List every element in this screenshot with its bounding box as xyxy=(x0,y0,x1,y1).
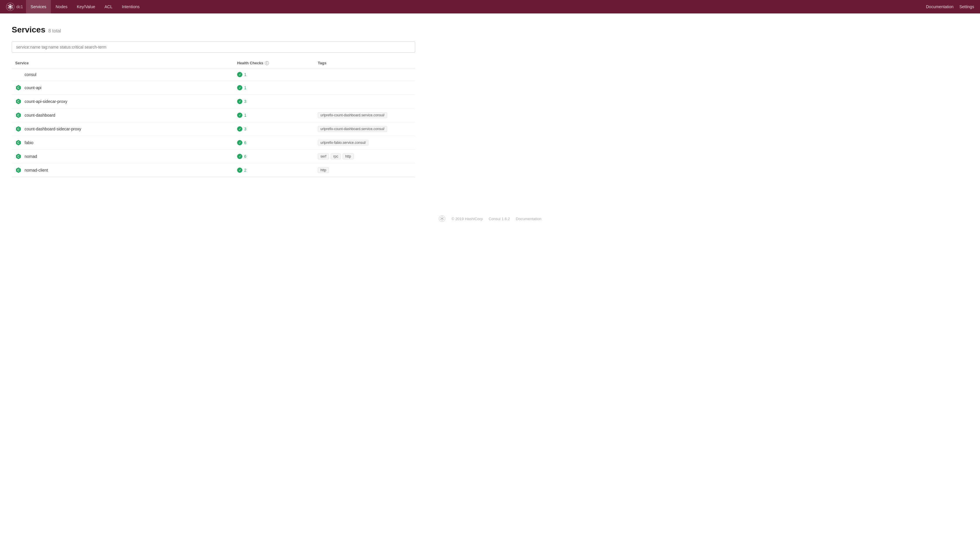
service-cell: C count-api xyxy=(12,81,234,95)
svg-point-1 xyxy=(9,6,11,8)
svg-point-27 xyxy=(442,220,443,221)
health-cell: ✓6 xyxy=(234,150,314,163)
service-tag: http xyxy=(318,167,329,173)
svg-text:C: C xyxy=(17,141,19,145)
settings-link[interactable]: Settings xyxy=(959,5,974,9)
navbar-right: Documentation Settings xyxy=(926,5,974,9)
navbar-left: dc1 ServicesNodesKey/ValueACLIntentions xyxy=(6,0,144,13)
tags-cell xyxy=(314,95,415,108)
table-row[interactable]: C count-api-sidecar-proxy✓3 xyxy=(12,95,415,108)
service-cell: C count-dashboard-sidecar-proxy xyxy=(12,122,234,136)
svg-text:C: C xyxy=(17,155,19,158)
service-cell: C fabio xyxy=(12,136,234,150)
svg-point-23 xyxy=(441,218,443,220)
services-table: Service Health Checks i Tags consul✓1 C … xyxy=(12,59,415,177)
service-type-icon: C xyxy=(15,153,22,159)
table-row[interactable]: C nomad-client✓2http xyxy=(12,163,415,177)
footer-logo-icon xyxy=(439,215,445,222)
service-name-label: count-dashboard xyxy=(25,113,55,118)
table-row[interactable]: C count-api✓1 xyxy=(12,81,415,95)
svg-point-28 xyxy=(440,219,441,220)
svg-text:C: C xyxy=(17,100,19,103)
health-cell: ✓3 xyxy=(234,122,314,136)
health-cell: ✓1 xyxy=(234,108,314,122)
health-count-label: 6 xyxy=(244,140,247,145)
health-count-label: 1 xyxy=(244,72,247,77)
table-header: Service Health Checks i Tags xyxy=(12,59,415,68)
service-type-icon: C xyxy=(15,112,22,118)
svg-point-29 xyxy=(440,218,441,218)
svg-point-26 xyxy=(443,219,444,220)
svg-point-7 xyxy=(8,5,9,6)
tags-cell: serfrpchttp xyxy=(314,150,415,163)
svg-text:C: C xyxy=(17,86,19,89)
service-name-label: count-api xyxy=(25,85,41,90)
service-cell: consul xyxy=(12,68,234,81)
health-check-icon: ✓ xyxy=(237,140,242,145)
health-info-icon[interactable]: i xyxy=(265,61,269,65)
footer-doc-link[interactable]: Documentation xyxy=(516,217,541,221)
health-check-icon: ✓ xyxy=(237,167,242,173)
nav-item-nodes[interactable]: Nodes xyxy=(51,0,72,13)
svg-point-6 xyxy=(8,7,9,8)
table-row[interactable]: C count-dashboard-sidecar-proxy✓3urlpref… xyxy=(12,122,415,136)
nav-item-intentions[interactable]: Intentions xyxy=(117,0,145,13)
nav-item-services[interactable]: Services xyxy=(26,0,51,13)
service-name-label: count-dashboard-sidecar-proxy xyxy=(25,127,81,131)
service-tag: serf xyxy=(318,153,329,159)
tags-cell: urlprefix-count-dashboard.service.consul… xyxy=(314,108,415,122)
health-cell: ✓1 xyxy=(234,81,314,95)
tags-cell: urlprefix-count-dashboard.service.consul… xyxy=(314,122,415,136)
column-header-service: Service xyxy=(12,59,234,68)
health-count-label: 3 xyxy=(244,127,247,131)
health-cell: ✓3 xyxy=(234,95,314,108)
service-name-label: fabio xyxy=(25,140,33,145)
health-cell: ✓6 xyxy=(234,136,314,150)
service-cell: C nomad xyxy=(12,150,234,163)
health-check-icon: ✓ xyxy=(237,85,242,90)
table-row[interactable]: C fabio✓6urlprefix-fabio.service.consul/ xyxy=(12,136,415,150)
main-nav: ServicesNodesKey/ValueACLIntentions xyxy=(26,0,145,13)
service-name-label: nomad-client xyxy=(25,168,48,172)
service-tag: urlprefix-count-dashboard.service.consul… xyxy=(318,126,387,132)
documentation-link[interactable]: Documentation xyxy=(926,5,953,9)
page-title: Services xyxy=(12,25,45,35)
health-check-icon: ✓ xyxy=(237,72,242,77)
svg-point-4 xyxy=(12,7,13,8)
svg-point-2 xyxy=(10,4,11,5)
service-tag: urlprefix-count-dashboard.service.consul… xyxy=(318,112,387,118)
service-type-icon: C xyxy=(15,139,22,146)
table-row[interactable]: C nomad✓6serfrpchttp xyxy=(12,150,415,163)
tags-cell xyxy=(314,68,415,81)
health-count-label: 6 xyxy=(244,154,247,159)
services-tbody: consul✓1 C count-api✓1 C count-api-sidec… xyxy=(12,68,415,177)
footer-copyright: © 2019 HashiCorp xyxy=(452,217,483,221)
nav-item-acl[interactable]: ACL xyxy=(100,0,117,13)
health-cell: ✓1 xyxy=(234,68,314,81)
service-name-label: consul xyxy=(25,72,36,77)
service-name-label: count-api-sidecar-proxy xyxy=(25,99,67,104)
tags-cell: urlprefix-fabio.service.consul/ xyxy=(314,136,415,150)
footer: © 2019 HashiCorp Consul 1.6.2 Documentat… xyxy=(0,206,980,231)
health-check-icon: ✓ xyxy=(237,154,242,159)
svg-point-5 xyxy=(10,8,11,10)
service-cell: C nomad-client xyxy=(12,163,234,177)
datacenter-label[interactable]: dc1 xyxy=(16,5,23,9)
navbar: dc1 ServicesNodesKey/ValueACLIntentions … xyxy=(0,0,980,13)
svg-point-25 xyxy=(443,218,444,218)
service-cell: C count-dashboard xyxy=(12,108,234,122)
column-header-tags: Tags xyxy=(314,59,415,68)
search-input[interactable] xyxy=(12,41,415,53)
health-count-label: 1 xyxy=(244,85,247,90)
column-header-health: Health Checks i xyxy=(234,59,314,68)
health-check-icon: ✓ xyxy=(237,113,242,118)
nav-item-keyvalue[interactable]: Key/Value xyxy=(72,0,100,13)
health-count-label: 3 xyxy=(244,99,247,104)
table-row[interactable]: C count-dashboard✓1urlprefix-count-dashb… xyxy=(12,108,415,122)
tags-cell xyxy=(314,81,415,95)
svg-point-24 xyxy=(442,217,443,218)
service-tag: http xyxy=(343,153,354,159)
health-cell: ✓2 xyxy=(234,163,314,177)
table-row[interactable]: consul✓1 xyxy=(12,68,415,81)
health-count-label: 1 xyxy=(244,113,247,118)
